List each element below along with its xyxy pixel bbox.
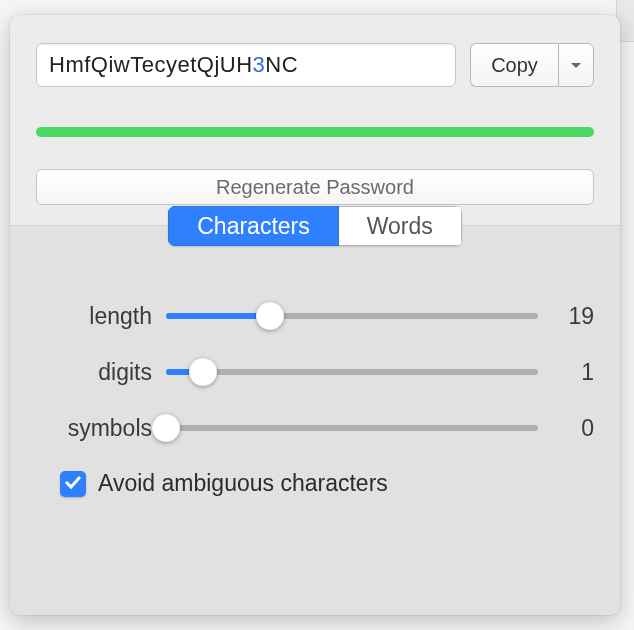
- chevron-down-icon: [570, 56, 582, 74]
- slider-thumb[interactable]: [256, 302, 284, 330]
- digits-label: digits: [36, 359, 166, 386]
- regenerate-button[interactable]: Regenerate Password: [36, 169, 594, 205]
- digits-row: digits 1: [36, 358, 594, 386]
- options-section: Characters Words length 19 digits: [10, 225, 620, 615]
- password-generator-panel: HmfQiwTecyetQjUH3NC Copy Regenerate Pass…: [10, 15, 620, 615]
- avoid-ambiguous-checkbox[interactable]: [60, 471, 86, 497]
- copy-dropdown-button[interactable]: [558, 43, 594, 87]
- digits-slider[interactable]: [166, 358, 538, 386]
- top-section: HmfQiwTecyetQjUH3NC Copy Regenerate Pass…: [10, 15, 620, 205]
- slider-fill: [166, 313, 270, 319]
- symbols-slider[interactable]: [166, 414, 538, 442]
- password-output[interactable]: HmfQiwTecyetQjUH3NC: [36, 43, 456, 87]
- length-slider[interactable]: [166, 302, 538, 330]
- symbols-label: symbols: [36, 415, 166, 442]
- password-digit: 3: [253, 52, 266, 78]
- slider-track: [166, 369, 538, 375]
- password-row: HmfQiwTecyetQjUH3NC Copy: [36, 43, 594, 87]
- symbols-value: 0: [538, 415, 594, 442]
- length-row: length 19: [36, 302, 594, 330]
- symbols-row: symbols 0: [36, 414, 594, 442]
- strength-meter: [36, 127, 594, 137]
- length-label: length: [36, 303, 166, 330]
- tab-words[interactable]: Words: [339, 206, 462, 246]
- tab-characters[interactable]: Characters: [168, 206, 338, 246]
- digits-value: 1: [538, 359, 594, 386]
- slider-track: [166, 425, 538, 431]
- password-letters: NC: [265, 52, 298, 78]
- check-icon: [64, 475, 82, 493]
- avoid-ambiguous-row: Avoid ambiguous characters: [60, 470, 594, 497]
- slider-thumb[interactable]: [152, 414, 180, 442]
- password-letters: HmfQiwTecyetQjUH: [49, 52, 253, 78]
- slider-controls: length 19 digits 1 symbols: [36, 302, 594, 497]
- slider-thumb[interactable]: [189, 358, 217, 386]
- length-value: 19: [538, 303, 594, 330]
- avoid-ambiguous-label: Avoid ambiguous characters: [98, 470, 388, 497]
- mode-segmented-control: Characters Words: [36, 206, 594, 246]
- copy-button[interactable]: Copy: [470, 43, 558, 87]
- copy-button-group: Copy: [470, 43, 594, 87]
